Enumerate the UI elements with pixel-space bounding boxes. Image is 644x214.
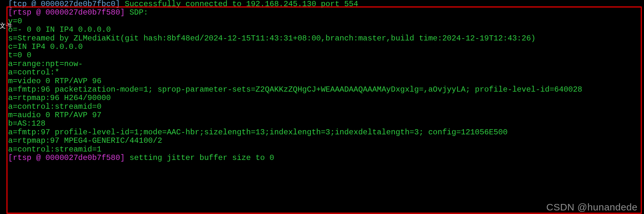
terminal-output: [tcp @ 0000027de0b7fbc0] Successfully co… [8,0,640,214]
sdp-line: a=control:streamid=1 [8,145,640,154]
sdp-line: a=rtpmap:97 MPEG4-GENERIC/44100/2 [8,137,640,145]
sdp-line: o=- 0 0 IN IP4 0.0.0.0 [8,26,640,34]
rtsp-jitter-msg: setting jitter buffer size to 0 [125,153,274,162]
sdp-line: a=control:streamid=0 [8,103,640,111]
sdp-line: t=0 0 [8,51,640,60]
sdp-line: a=control:* [8,68,640,77]
rtsp-log-prefix: [rtsp @ 0000027de0b7f580] [8,153,125,162]
tcp-log-prefix: [tcp @ 0000027de0b7fbc0] [8,0,120,8]
rtsp-log-prefix: [rtsp @ 0000027de0b7f580] [8,8,125,17]
sdp-line: m=video 0 RTP/AVP 96 [8,77,640,85]
sdp-line: v=0 [8,17,640,26]
tcp-log-msg: Successfully connected to 192.168.245.13… [120,0,358,8]
sdp-line: a=rtpmap:96 H264/90000 [8,94,640,102]
sdp-line: s=Streamed by ZLMediaKit(git hash:8bf48e… [8,34,640,43]
sdp-line: b=AS:128 [8,119,640,128]
sdp-line: c=IN IP4 0.0.0.0 [8,43,640,51]
sdp-line: a=range:npt=now- [8,60,640,68]
sdp-line: m=audio 0 RTP/AVP 97 [8,111,640,119]
watermark-text: CSDN @hunandede [546,202,638,212]
sdp-line: a=fmtp:96 packetization-mode=1; sprop-pa… [8,85,640,94]
sdp-line: a=fmtp:97 profile-level-id=1;mode=AAC-hb… [8,128,640,137]
rtsp-sdp-label: SDP: [125,8,148,17]
